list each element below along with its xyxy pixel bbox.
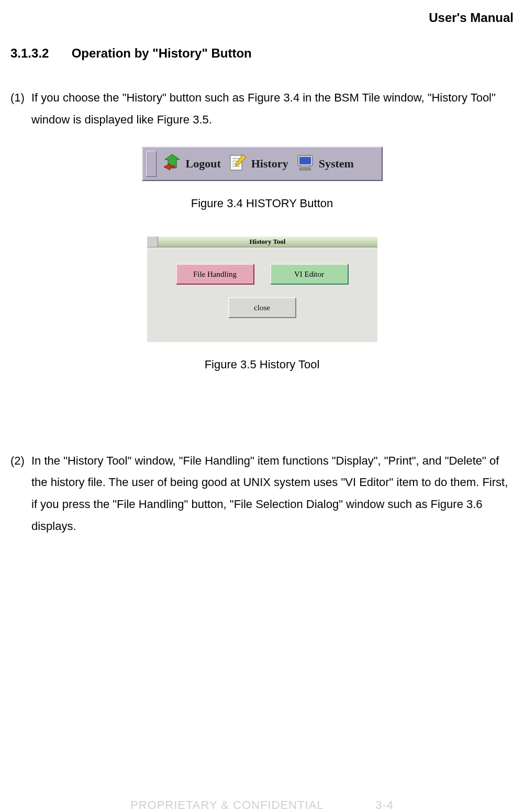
- svg-rect-9: [299, 157, 311, 164]
- system-icon: [295, 152, 316, 175]
- vi-editor-button[interactable]: VI Editor: [270, 264, 349, 285]
- history-icon: [227, 152, 248, 175]
- window-menu-button[interactable]: [147, 236, 158, 247]
- figure-3-5-window: History Tool File Handling VI Editor clo…: [147, 236, 377, 342]
- section-number: 3.1.3.2: [10, 46, 68, 61]
- list-marker: (1): [10, 87, 31, 131]
- section-title: Operation by "History" Button: [72, 46, 252, 60]
- close-button[interactable]: close: [228, 297, 296, 318]
- scrollbar-handle[interactable]: [146, 151, 157, 177]
- svg-rect-10: [302, 166, 308, 168]
- logout-button[interactable]: Logout: [159, 152, 224, 175]
- figure-3-5-caption: Figure 3.5 History Tool: [10, 358, 514, 371]
- system-label: System: [319, 157, 354, 171]
- footer-left: PROPRIETARY & CONFIDENTIAL: [130, 798, 324, 811]
- figure-3-4-toolbar: Logout History: [142, 146, 383, 181]
- section-heading: 3.1.3.2 Operation by "History" Button: [10, 46, 514, 61]
- window-title: History Tool: [158, 236, 377, 247]
- page-header: User's Manual: [10, 10, 514, 25]
- logout-icon: [162, 152, 183, 175]
- list-text: In the "History Tool" window, "File Hand…: [31, 450, 514, 537]
- page-footer: PROPRIETARY & CONFIDENTIAL 3-4: [0, 798, 524, 812]
- svg-rect-11: [300, 168, 310, 170]
- logout-label: Logout: [186, 157, 221, 171]
- list-item: (1) If you choose the "History" button s…: [10, 87, 514, 131]
- system-button[interactable]: System: [292, 152, 357, 175]
- list-marker: (2): [10, 450, 31, 537]
- history-button[interactable]: History: [224, 152, 292, 175]
- file-handling-button[interactable]: File Handling: [176, 264, 254, 285]
- list-item: (2) In the "History Tool" window, "File …: [10, 450, 514, 537]
- history-label: History: [251, 157, 288, 171]
- list-text: If you choose the "History" button such …: [31, 87, 514, 131]
- figure-3-4-caption: Figure 3.4 HISTORY Button: [10, 197, 514, 210]
- footer-page-number: 3-4: [375, 798, 394, 811]
